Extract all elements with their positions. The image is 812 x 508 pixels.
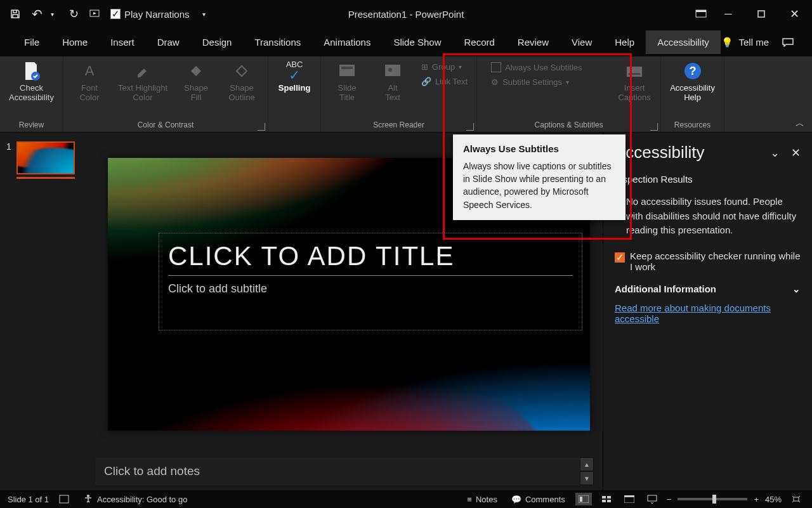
start-from-beginning-icon[interactable] <box>89 8 102 20</box>
thumbnail-preview <box>16 141 75 174</box>
spelling-label: Spelling <box>278 83 311 93</box>
play-narrations-toggle[interactable]: ✓ Play Narrations ▾ <box>110 9 206 20</box>
panel-title: Accessibility <box>615 143 705 162</box>
chevron-down-icon: ▾ <box>202 11 206 18</box>
title-placeholder[interactable]: CLICK TO ADD TITLE Click to add subtitle <box>159 233 582 330</box>
check-accessibility-button[interactable]: Check Accessibility <box>5 59 58 103</box>
spelling-button[interactable]: ABC✓ Spelling <box>273 59 315 94</box>
color-group-launcher[interactable] <box>258 123 265 131</box>
captions-group-launcher[interactable] <box>650 123 658 131</box>
reading-view-button[interactable] <box>621 493 638 505</box>
inspection-results-body: No accessibility issues found. People wi… <box>615 188 801 247</box>
panel-options-button[interactable]: ⌄ <box>770 146 780 160</box>
minimize-button[interactable]: ─ <box>716 4 741 23</box>
menu-transitions[interactable]: Transitions <box>243 30 312 54</box>
zoom-out-button[interactable]: − <box>667 495 672 504</box>
comments-toggle-button[interactable]: 💬Comments <box>508 492 569 507</box>
status-bar: Slide 1 of 1 Accessibility: Good to go ≡… <box>0 490 812 508</box>
tell-me-button[interactable]: 💡 Tell me <box>721 37 769 48</box>
checkbox-icon <box>491 62 501 72</box>
menu-home[interactable]: Home <box>51 30 99 54</box>
additional-info-toggle[interactable]: Additional Information ⌄ <box>615 283 801 295</box>
normal-view-button[interactable] <box>575 493 592 505</box>
notes-toggle-button[interactable]: ≡Notes <box>463 492 501 507</box>
fit-to-window-button[interactable] <box>788 493 804 505</box>
zoom-level[interactable]: 45% <box>765 495 782 504</box>
menu-review[interactable]: Review <box>506 30 560 54</box>
check-accessibility-label: Check Accessibility <box>9 83 54 102</box>
slide-thumbnail[interactable]: 1 <box>6 141 75 179</box>
menu-accessibility[interactable]: Accessibility <box>646 30 721 54</box>
accessibility-status-label: Accessibility: Good to go <box>97 495 187 504</box>
ribbon-group-review: Check Accessibility Review <box>0 56 63 132</box>
menu-record[interactable]: Record <box>452 30 506 54</box>
thumbnail-underline <box>16 177 75 179</box>
reader-group-launcher[interactable] <box>466 123 474 131</box>
menu-draw[interactable]: Draw <box>146 30 191 54</box>
keep-running-toggle[interactable]: ✓ Keep accessibility checker running whi… <box>615 251 801 272</box>
ribbon-group-color: AFont Color Text Highlight Color Shape F… <box>63 56 268 132</box>
ribbon-group-reader: Slide Title Alt Text ⊞Group ▾ 🔗Link Text… <box>320 56 477 132</box>
menu-help[interactable]: Help <box>603 30 646 54</box>
group-icon: ⊞ <box>421 62 428 72</box>
menu-file[interactable]: File <box>13 30 51 54</box>
menu-view[interactable]: View <box>560 30 603 54</box>
svg-rect-23 <box>648 495 657 501</box>
insert-captions-button[interactable]: Insert Captions <box>613 59 655 103</box>
zoom-in-button[interactable]: + <box>754 495 759 504</box>
svg-rect-10 <box>629 73 640 75</box>
comments-pane-icon[interactable] <box>775 33 801 52</box>
status-slide-count: Slide 1 of 1 <box>8 495 49 504</box>
svg-text:?: ? <box>689 65 696 77</box>
svg-rect-13 <box>60 495 69 503</box>
menu-animations[interactable]: Animations <box>312 30 382 54</box>
highlight-icon <box>135 60 150 82</box>
accessibility-status-button[interactable]: Accessibility: Good to go <box>79 491 191 508</box>
chevron-down-icon: ⌄ <box>792 283 801 295</box>
notes-scroll-down[interactable]: ▼ <box>580 471 594 485</box>
subtitle-text: Click to add subtitle <box>168 282 573 296</box>
undo-dropdown-icon[interactable]: ▾ <box>46 8 58 20</box>
additional-info-label: Additional Information <box>615 283 716 294</box>
slide-title-icon <box>339 60 355 82</box>
undo-icon[interactable]: ↶ <box>30 8 43 20</box>
menu-insert[interactable]: Insert <box>99 30 146 54</box>
accessibility-panel: Accessibility ⌄ ✕ Inspection Results No … <box>603 133 812 490</box>
repeat-icon[interactable]: ↻ <box>67 8 80 20</box>
spell-check-status-icon[interactable] <box>58 493 70 505</box>
notes-input[interactable]: Click to add notes ▲ ▼ <box>95 457 594 485</box>
subtitle-settings-button[interactable]: ⚙Subtitle Settings ▾ <box>487 75 586 89</box>
menu-design[interactable]: Design <box>191 30 244 54</box>
svg-rect-9 <box>627 67 642 77</box>
font-color-icon: A <box>85 60 95 82</box>
svg-rect-20 <box>607 500 611 502</box>
svg-rect-6 <box>341 67 353 69</box>
slideshow-view-button[interactable] <box>644 493 660 505</box>
collapse-ribbon-button[interactable]: ︿ <box>796 118 804 129</box>
spelling-icon: ABC✓ <box>286 60 303 82</box>
always-use-subtitles-toggle[interactable]: Always Use Subtitles <box>487 60 586 74</box>
menu-slide-show[interactable]: Slide Show <box>382 30 452 54</box>
alt-text-button: Alt Text <box>372 59 414 103</box>
workspace: 1 CLICK TO ADD TITLE Click to add sub <box>0 133 812 490</box>
accessibility-help-button[interactable]: ? Accessibility Help <box>666 59 719 103</box>
close-button[interactable]: ✕ <box>782 4 807 23</box>
notes-scroll: ▲ ▼ <box>580 457 594 485</box>
panel-close-button[interactable]: ✕ <box>791 146 801 160</box>
svg-rect-5 <box>339 65 355 76</box>
svg-rect-17 <box>602 496 606 498</box>
slide-sorter-view-button[interactable] <box>598 493 615 505</box>
ribbon-display-options-icon[interactable] <box>694 8 708 20</box>
save-icon[interactable] <box>9 8 22 20</box>
tooltip-body: Always show live captions or subtitles i… <box>463 160 615 211</box>
group-button: ⊞Group ▾ <box>417 60 471 74</box>
ribbon-group-reader-label: Screen Reader <box>373 119 424 131</box>
maximize-button[interactable] <box>749 4 774 23</box>
notes-scroll-up[interactable]: ▲ <box>580 457 594 471</box>
zoom-slider[interactable] <box>678 498 747 500</box>
read-more-link[interactable]: Read more about making documents accessi… <box>615 303 801 324</box>
ribbon-group-spelling: ABC✓ Spelling <box>268 56 320 132</box>
checkbox-icon: ✓ <box>615 252 625 263</box>
ribbon-group-review-label: Review <box>19 119 44 131</box>
shape-fill-icon <box>188 60 204 82</box>
